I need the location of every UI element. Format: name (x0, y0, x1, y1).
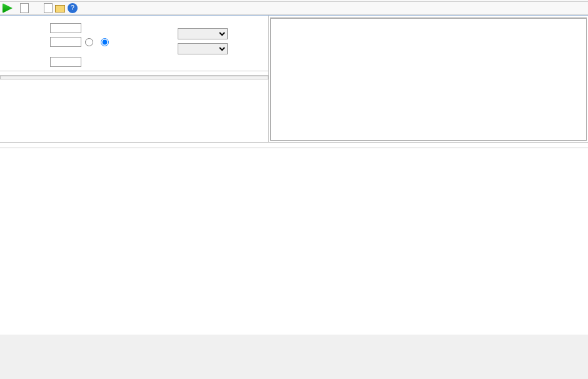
spectra-table[interactable] (0, 76, 268, 79)
separator (31, 3, 41, 13)
ppm-radio[interactable] (85, 38, 93, 46)
search-form (0, 16, 268, 71)
spectrum-chart[interactable] (270, 18, 587, 141)
ce-tol-input[interactable] (50, 57, 81, 67)
ionization-select[interactable] (178, 43, 228, 54)
spectra-caption (0, 71, 268, 75)
help-icon[interactable]: ? (68, 3, 78, 13)
results-header (0, 143, 588, 148)
tolerance-input[interactable] (50, 37, 81, 47)
open-folder-icon[interactable] (55, 5, 65, 13)
mda-radio[interactable] (101, 38, 109, 46)
new-doc-icon[interactable] (44, 3, 53, 13)
spectrum-subtabs[interactable] (270, 17, 587, 18)
ion-polarity-select[interactable] (178, 28, 228, 39)
precursor-input[interactable] (50, 23, 81, 33)
print-icon[interactable] (20, 3, 29, 13)
toolbar: ? (0, 2, 588, 15)
run-icon[interactable] (3, 3, 13, 13)
